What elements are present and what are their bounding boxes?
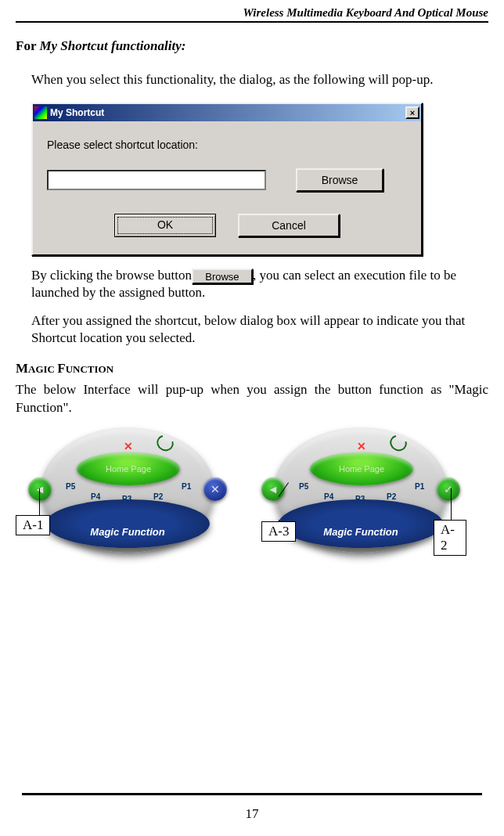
dialog-button-row: OK Cancel — [47, 214, 407, 237]
p4-label: P4 — [91, 492, 100, 501]
browse-para-before: By clicking the browse button — [31, 268, 192, 283]
blue-band — [45, 499, 210, 548]
dialog-titlebar: My Shortcut × — [33, 104, 421, 121]
home-page-label: Home Page — [339, 464, 384, 474]
after-paragraph: After you assigned the shortcut, below d… — [31, 312, 488, 347]
right-x-knob[interactable]: ✕ — [203, 477, 227, 501]
magic-paragraph: The below Interface will pup-up when you… — [16, 381, 488, 416]
heading-unction: UNCTION — [66, 363, 113, 375]
magic-widget-left: ✕ P5 P4 P3 P2 P1 Home Page Magic Functio… — [22, 427, 233, 572]
p2-label: P2 — [153, 492, 163, 501]
dialog-input-row: Browse — [47, 168, 407, 192]
p2-label: P2 — [387, 492, 396, 501]
x-icon: ✕ — [124, 440, 133, 453]
home-page-button[interactable]: Home Page — [310, 452, 413, 485]
header-rule — [16, 21, 488, 23]
intro-paragraph: When you select this functionality, the … — [31, 71, 488, 88]
p4-label: P4 — [324, 492, 333, 501]
p5-label: P5 — [66, 482, 75, 491]
inline-browse-button[interactable]: Browse — [192, 268, 253, 284]
callout-a1: A-1 — [16, 515, 50, 535]
home-page-button[interactable]: Home Page — [77, 452, 180, 485]
p1-label: P1 — [182, 482, 191, 491]
browse-paragraph: By clicking the browse buttonBrowse, you… — [31, 267, 488, 301]
for-title: My Shortcut functionality: — [39, 38, 185, 53]
x-icon: ✕ — [357, 440, 366, 453]
callout-a2: A-2 — [434, 520, 466, 556]
shortcut-location-input[interactable] — [47, 170, 266, 190]
dialog-title: My Shortcut — [50, 107, 402, 118]
windows-icon — [34, 106, 47, 119]
page-number: 17 — [22, 806, 482, 822]
magic-images-row: ✕ P5 P4 P3 P2 P1 Home Page Magic Functio… — [22, 427, 488, 572]
dialog-body: Please select shortcut location: Browse … — [33, 121, 421, 254]
heading-agic: AGIC — [28, 363, 57, 375]
header-title: Wireless Multimedia Keyboard And Optical… — [16, 6, 488, 20]
blue-band — [279, 499, 443, 548]
footer-rule — [22, 793, 482, 795]
callout-line-a1 — [39, 488, 40, 517]
close-icon[interactable]: × — [405, 106, 419, 119]
left-arrow-knob[interactable]: ◄ — [28, 477, 52, 501]
magic-function-heading: MAGIC FUNCTION — [16, 361, 488, 377]
callout-a3: A-3 — [261, 521, 296, 542]
for-label: For — [16, 38, 39, 53]
callout-line-a2 — [451, 488, 452, 523]
magic-function-label: Magic Function — [22, 526, 233, 538]
heading-m: M — [16, 361, 28, 376]
footer: 17 — [22, 793, 482, 822]
p5-label: P5 — [299, 482, 308, 491]
magic-widget-right: ✕ P5 P4 P3 P2 P1 Home Page Magic Functio… — [255, 427, 466, 572]
my-shortcut-dialog: My Shortcut × Please select shortcut loc… — [31, 103, 423, 256]
heading-f: F — [57, 361, 65, 376]
left-arrow-knob[interactable]: ◄ — [261, 477, 285, 501]
browse-button[interactable]: Browse — [296, 168, 383, 192]
section-heading: For My Shortcut functionality: — [16, 38, 488, 54]
cancel-button[interactable]: Cancel — [238, 214, 340, 237]
home-page-label: Home Page — [106, 464, 151, 474]
p1-label: P1 — [415, 482, 424, 491]
right-check-knob[interactable]: ✓ — [437, 477, 460, 501]
ok-button[interactable]: OK — [114, 214, 216, 237]
dialog-label: Please select shortcut location: — [47, 139, 407, 151]
